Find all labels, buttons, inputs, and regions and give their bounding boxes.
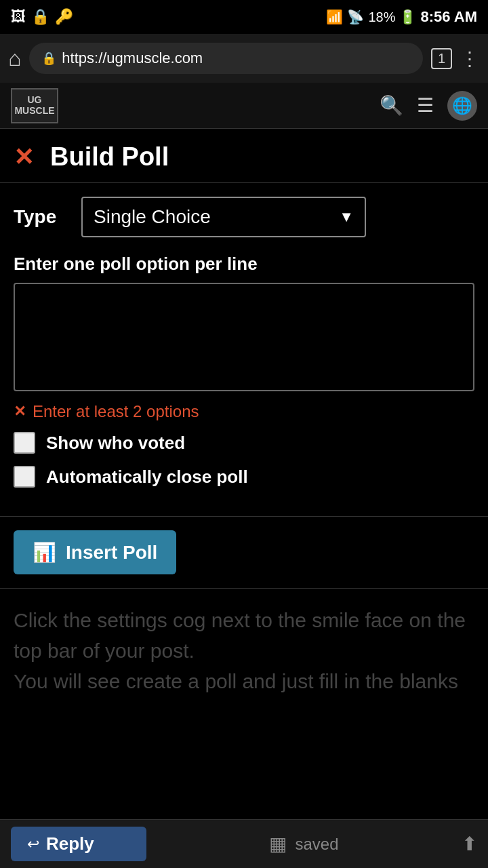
options-instruction: Enter one poll option per line: [14, 254, 474, 275]
error-message-row: ✕ Enter at least 2 options: [14, 402, 474, 421]
options-textarea[interactable]: [14, 283, 474, 391]
type-row: Type Single Choice ▼: [14, 197, 474, 237]
tab-count[interactable]: 1: [431, 48, 452, 69]
poll-form: Type Single Choice ▼ Enter one poll opti…: [0, 183, 488, 517]
show-voted-row: Show who voted: [14, 432, 474, 454]
reply-label: Reply: [46, 833, 94, 854]
key-status-icon: 🔑: [55, 8, 73, 26]
battery-text: 18%: [368, 9, 395, 25]
reply-icon: ↩: [27, 835, 39, 853]
signal-icon: 📡: [347, 9, 364, 25]
bottom-edit-icon: ▦: [269, 833, 287, 855]
build-poll-header: ✕ Build Poll: [0, 129, 488, 183]
site-header: UG MUSCLE 🔍 ☰ 🌐: [0, 83, 488, 129]
insert-poll-label: Insert Poll: [66, 542, 157, 564]
dropdown-arrow-icon: ▼: [339, 208, 354, 226]
poll-title: Build Poll: [50, 142, 169, 172]
insert-poll-button[interactable]: 📊 Insert Poll: [14, 530, 176, 574]
status-right-icons: 📶 📡 18% 🔋 8:56 AM: [326, 8, 477, 26]
site-header-icons: 🔍 ☰ 🌐: [380, 91, 477, 121]
lock-status-icon: 🔒: [31, 8, 49, 26]
url-text: https://ugmuscle.com: [62, 50, 203, 67]
insert-section: 📊 Insert Poll: [0, 517, 488, 589]
type-label: Type: [14, 206, 68, 228]
bottom-bar: ↩ Reply ▦ saved ⬆: [0, 819, 488, 868]
type-select-value: Single Choice: [94, 206, 211, 228]
home-icon[interactable]: ⌂: [8, 46, 21, 71]
error-text: Enter at least 2 options: [33, 402, 199, 421]
reply-button[interactable]: ↩ Reply: [11, 827, 146, 861]
saved-text: saved: [295, 835, 338, 854]
hint-text: Click the settings cog next to the smile…: [14, 605, 474, 696]
auto-close-checkbox[interactable]: [14, 466, 35, 488]
url-lock-icon: 🔒: [41, 51, 56, 66]
time-display: 8:56 AM: [420, 8, 477, 26]
bottom-middle: ▦ saved: [155, 833, 453, 855]
auto-close-row: Automatically close poll: [14, 466, 474, 488]
browser-bar: ⌂ 🔒 https://ugmuscle.com 1 ⋮: [0, 34, 488, 83]
hint-section: Click the settings cog next to the smile…: [0, 589, 488, 713]
close-button[interactable]: ✕: [14, 145, 34, 170]
user-avatar[interactable]: 🌐: [447, 91, 477, 121]
url-bar[interactable]: 🔒 https://ugmuscle.com: [29, 43, 423, 74]
wifi-icon: 📶: [326, 9, 343, 25]
error-icon: ✕: [14, 403, 26, 420]
show-voted-label: Show who voted: [46, 433, 185, 454]
show-voted-checkbox[interactable]: [14, 432, 35, 454]
auto-close-label: Automatically close poll: [46, 467, 248, 488]
status-bar: 🖼 🔒 🔑 📶 📡 18% 🔋 8:56 AM: [0, 0, 488, 34]
insert-poll-icon: 📊: [33, 541, 56, 564]
browser-menu-icon[interactable]: ⋮: [460, 47, 480, 70]
type-select-dropdown[interactable]: Single Choice ▼: [81, 197, 366, 237]
image-status-icon: 🖼: [11, 8, 26, 26]
hamburger-menu-icon[interactable]: ☰: [417, 94, 434, 117]
site-logo: UG MUSCLE: [11, 88, 58, 123]
battery-icon: 🔋: [399, 9, 416, 25]
search-icon[interactable]: 🔍: [380, 94, 403, 117]
status-left-icons: 🖼 🔒 🔑: [11, 8, 73, 26]
bottom-upload-icon[interactable]: ⬆: [462, 833, 477, 855]
